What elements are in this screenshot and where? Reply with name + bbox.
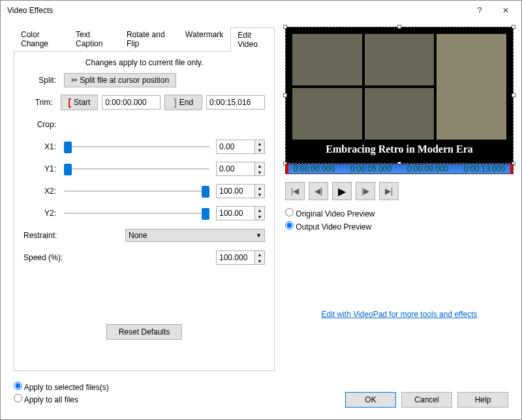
x2-stepper[interactable]: ▲▼ xyxy=(255,184,265,198)
cancel-button[interactable]: Cancel xyxy=(401,392,452,408)
timeline[interactable]: 0:00:00.000 0:00:05.000 0:00:09.000 0:00… xyxy=(285,164,514,174)
x1-label: X1: xyxy=(23,142,56,151)
window-title: Video Effects xyxy=(7,6,467,15)
radio-output-preview[interactable]: Output Video Preview xyxy=(285,221,514,232)
x1-field[interactable] xyxy=(216,140,255,154)
edit-video-panel: Changes apply to current file only. Spli… xyxy=(14,52,275,371)
trim-start-button[interactable]: [ Start xyxy=(61,95,99,110)
restraint-label: Restraint: xyxy=(23,231,76,240)
timeline-start-marker[interactable] xyxy=(286,164,288,174)
title-bar: Video Effects ? ✕ xyxy=(1,1,521,20)
skip-end-icon[interactable]: ▶| xyxy=(379,182,399,200)
preview-collage xyxy=(292,34,506,140)
speed-stepper[interactable]: ▲▼ xyxy=(255,250,265,265)
trim-end-button[interactable]: ] End xyxy=(164,95,202,110)
tab-text-caption[interactable]: Text Caption xyxy=(69,27,119,51)
ok-button[interactable]: OK xyxy=(345,392,396,408)
x2-label: X2: xyxy=(23,187,56,196)
x2-field[interactable] xyxy=(216,184,255,198)
preview-caption: Embracing Retro in Modern Era xyxy=(292,140,506,157)
x1-stepper[interactable]: ▲▼ xyxy=(255,140,265,154)
restraint-select[interactable]: None ▼ xyxy=(125,229,265,242)
play-icon[interactable]: ▶ xyxy=(332,182,352,200)
bracket-right-icon: ] xyxy=(174,97,177,108)
y2-field[interactable] xyxy=(216,206,255,220)
tab-rotate-flip[interactable]: Rotate and Flip xyxy=(119,27,178,51)
crop-label: Crop: xyxy=(23,120,56,129)
timeline-end-marker[interactable] xyxy=(510,164,513,174)
radio-apply-selected[interactable]: Apply to selected files(s) xyxy=(14,382,109,392)
y1-field[interactable] xyxy=(216,162,255,176)
y2-label: Y2: xyxy=(23,209,56,218)
y2-slider[interactable] xyxy=(64,207,209,220)
playback-controls: |◀ ◀| ▶ |▶ ▶| xyxy=(285,182,514,200)
close-icon[interactable]: ✕ xyxy=(493,1,519,20)
step-back-icon[interactable]: ◀| xyxy=(309,182,328,200)
help-icon[interactable]: ? xyxy=(467,1,493,20)
trim-start-field[interactable] xyxy=(102,95,161,110)
skip-start-icon[interactable]: |◀ xyxy=(285,182,305,200)
panel-hint: Changes apply to current file only. xyxy=(23,58,265,67)
tab-edit-video[interactable]: Edit Video xyxy=(230,27,275,52)
radio-apply-all[interactable]: Apply to all files xyxy=(14,394,109,404)
speed-label: Speed (%): xyxy=(23,253,76,262)
speed-field[interactable] xyxy=(216,250,255,265)
chevron-down-icon: ▼ xyxy=(256,232,262,239)
reset-defaults-button[interactable]: Reset Defaults xyxy=(106,324,183,340)
videopad-link[interactable]: Edit with VideoPad for more tools and ef… xyxy=(285,310,514,319)
radio-original-preview[interactable]: Original Video Preview xyxy=(285,208,514,218)
tab-watermark[interactable]: Watermark xyxy=(178,27,230,51)
trim-end-field[interactable] xyxy=(206,95,265,110)
apply-scope: Apply to selected files(s) Apply to all … xyxy=(14,380,109,406)
y2-stepper[interactable]: ▲▼ xyxy=(255,206,265,220)
help-button[interactable]: Help xyxy=(457,392,508,408)
trim-label: Trim: xyxy=(23,98,53,107)
x1-slider[interactable] xyxy=(64,140,209,153)
y1-slider[interactable] xyxy=(64,162,209,175)
y1-label: Y1: xyxy=(23,164,56,173)
bracket-left-icon: [ xyxy=(68,97,71,108)
video-preview[interactable]: Embracing Retro in Modern Era xyxy=(285,27,514,164)
split-button[interactable]: ✂ Split file at cursor position xyxy=(64,73,176,87)
step-forward-icon[interactable]: |▶ xyxy=(356,182,375,200)
tab-color-change[interactable]: Color Change xyxy=(14,27,69,51)
scissors-icon: ✂ xyxy=(71,76,78,85)
x2-slider[interactable] xyxy=(64,185,209,198)
tab-bar: Color Change Text Caption Rotate and Fli… xyxy=(14,27,275,52)
split-label: Split: xyxy=(23,76,56,85)
y1-stepper[interactable]: ▲▼ xyxy=(255,162,265,176)
